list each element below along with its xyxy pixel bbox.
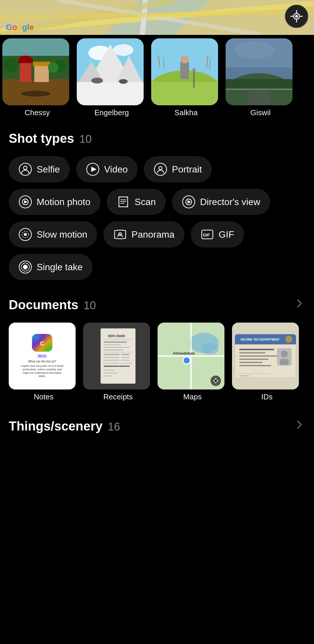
svg-rect-119 <box>239 355 280 357</box>
svg-rect-122 <box>239 365 271 366</box>
svg-rect-34 <box>180 62 189 79</box>
svg-text:Signature: Signature <box>239 374 249 377</box>
svg-point-51 <box>24 166 27 170</box>
doc-item-ids[interactable]: INCOME TAX DEPARTMENT Sig <box>232 323 302 401</box>
svg-rect-121 <box>239 362 263 363</box>
doc-label-ids: IDs <box>232 392 302 401</box>
doc-item-receipts[interactable]: HDFC BANK <box>83 323 153 401</box>
documents-header[interactable]: Documents 10 <box>9 298 305 312</box>
svg-rect-47 <box>226 79 292 88</box>
chip-single-take-label: Single take <box>37 262 83 273</box>
svg-rect-120 <box>239 359 268 360</box>
documents-arrow-icon <box>294 298 305 312</box>
scan-icon <box>117 195 130 209</box>
svg-rect-83 <box>104 347 130 348</box>
doc-thumb-notes: C BETA What can this bot do? Copilot use… <box>9 323 76 389</box>
copilot-tagline: What can this bot do? <box>28 360 56 363</box>
chip-motion-photo-label: Motion photo <box>37 197 90 207</box>
svg-point-35 <box>181 55 189 63</box>
albums-row: Chessy Engelberg <box>0 35 314 120</box>
album-label-chessy: Chessy <box>2 108 72 117</box>
directors-view-icon <box>182 195 195 209</box>
google-logo: Google <box>6 23 34 32</box>
doc-thumb-receipts: HDFC BANK <box>83 323 150 389</box>
svg-rect-88 <box>104 357 119 358</box>
doc-item-maps[interactable]: Ahmedabad Maps <box>158 323 227 401</box>
maps-location-icon <box>210 376 221 386</box>
svg-text:GIF: GIF <box>203 233 210 237</box>
shot-types-title: Shot types <box>9 131 74 146</box>
svg-rect-94 <box>119 366 130 367</box>
chip-slow-motion-label: Slow motion <box>37 229 87 240</box>
album-item[interactable]: Salkha <box>151 38 221 117</box>
doc-item-notes[interactable]: C BETA What can this bot do? Copilot use… <box>9 323 78 401</box>
album-label-giswil: Giswil <box>226 108 295 117</box>
svg-rect-93 <box>104 366 119 367</box>
things-scenery-title: Things/scenery <box>9 419 103 433</box>
things-scenery-count: 16 <box>108 421 120 433</box>
video-icon <box>86 163 99 176</box>
svg-rect-82 <box>104 344 121 345</box>
svg-point-116 <box>285 336 292 343</box>
chip-panorama[interactable]: Panorama <box>104 221 184 248</box>
things-scenery-section: Things/scenery 16 <box>0 407 314 439</box>
svg-point-67 <box>24 233 27 236</box>
chip-scan[interactable]: Scan <box>107 189 166 215</box>
album-thumb-salkha <box>151 38 218 105</box>
motion-photo-icon <box>19 195 32 209</box>
chip-portrait-label: Portrait <box>172 164 202 175</box>
svg-point-41 <box>192 68 195 71</box>
svg-point-18 <box>48 62 58 73</box>
doc-thumb-maps: Ahmedabad <box>158 323 224 389</box>
chip-single-take[interactable]: Single take <box>9 254 92 280</box>
svg-rect-91 <box>121 360 130 361</box>
svg-rect-84 <box>104 350 124 351</box>
map-preview[interactable]: Google <box>0 0 314 35</box>
copilot-desc: Copilot uses the power of AI to boost pr… <box>20 364 64 378</box>
chip-portrait[interactable]: Portrait <box>144 156 212 182</box>
doc-label-maps: Maps <box>158 392 227 401</box>
map-location-button[interactable] <box>285 5 308 28</box>
things-scenery-header[interactable]: Things/scenery 16 <box>9 419 305 433</box>
svg-rect-125 <box>280 359 289 365</box>
svg-point-100 <box>201 343 219 355</box>
album-item[interactable]: Chessy <box>2 38 72 117</box>
svg-text:INCOME TAX DEPARTMENT: INCOME TAX DEPARTMENT <box>241 338 280 341</box>
svg-point-23 <box>113 44 133 56</box>
chip-gif[interactable]: GIF GIF <box>191 221 244 248</box>
svg-point-54 <box>154 163 167 175</box>
svg-marker-65 <box>188 200 191 204</box>
album-item[interactable]: Engelberg <box>77 38 147 117</box>
svg-text:C: C <box>40 340 44 347</box>
gif-icon: GIF <box>201 228 214 241</box>
svg-point-124 <box>281 351 288 357</box>
chip-slow-motion[interactable]: Slow motion <box>9 221 97 248</box>
doc-thumb-ids: INCOME TAX DEPARTMENT Sig <box>232 323 299 389</box>
chip-motion-photo[interactable]: Motion photo <box>9 189 100 215</box>
svg-text:Ahmedabad: Ahmedabad <box>173 351 195 355</box>
svg-point-20 <box>21 91 50 97</box>
chip-selfie-label: Selfie <box>37 164 60 175</box>
svg-rect-95 <box>104 370 115 371</box>
chip-directors-view-label: Director's view <box>200 197 260 207</box>
documents-count: 10 <box>84 299 96 312</box>
album-item[interactable]: Giswil <box>226 38 295 117</box>
doc-label-notes: Notes <box>9 392 78 401</box>
documents-row: C BETA What can this bot do? Copilot use… <box>9 323 305 401</box>
svg-rect-14 <box>34 65 49 82</box>
svg-rect-81 <box>104 341 127 343</box>
shot-types-section: Shot types 10 Selfie Video <box>0 120 314 286</box>
chip-selfie[interactable]: Selfie <box>9 156 70 182</box>
chip-directors-view[interactable]: Director's view <box>172 189 270 215</box>
chip-video[interactable]: Video <box>76 156 138 182</box>
shot-type-chips: Selfie Video Portrait <box>9 156 305 280</box>
documents-section: Documents 10 <box>0 286 314 407</box>
single-take-icon <box>19 260 32 274</box>
svg-point-29 <box>119 79 128 84</box>
slow-motion-icon <box>19 228 32 241</box>
svg-point-44 <box>234 41 275 59</box>
album-thumb-giswil <box>226 38 292 105</box>
shot-types-header: Shot types 10 <box>9 131 305 146</box>
album-label-engelberg: Engelberg <box>77 108 147 117</box>
chip-panorama-label: Panorama <box>131 229 174 240</box>
